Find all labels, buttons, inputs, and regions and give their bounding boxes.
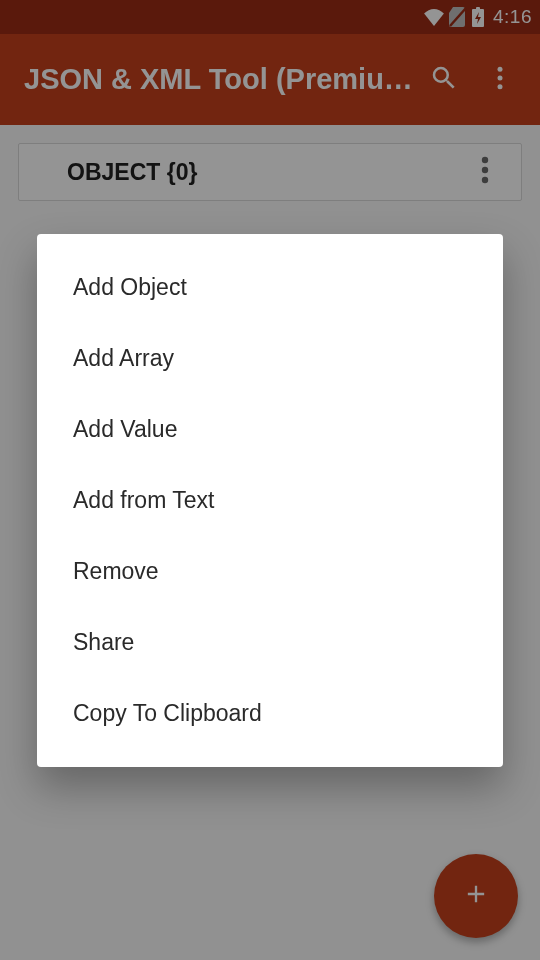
menu-item-share[interactable]: Share (37, 607, 503, 678)
menu-item-add-object[interactable]: Add Object (37, 252, 503, 323)
menu-item-copy-clipboard[interactable]: Copy To Clipboard (37, 678, 503, 749)
context-menu-dialog: Add Object Add Array Add Value Add from … (37, 234, 503, 767)
menu-item-add-from-text[interactable]: Add from Text (37, 465, 503, 536)
menu-item-add-array[interactable]: Add Array (37, 323, 503, 394)
menu-item-add-value[interactable]: Add Value (37, 394, 503, 465)
menu-item-remove[interactable]: Remove (37, 536, 503, 607)
